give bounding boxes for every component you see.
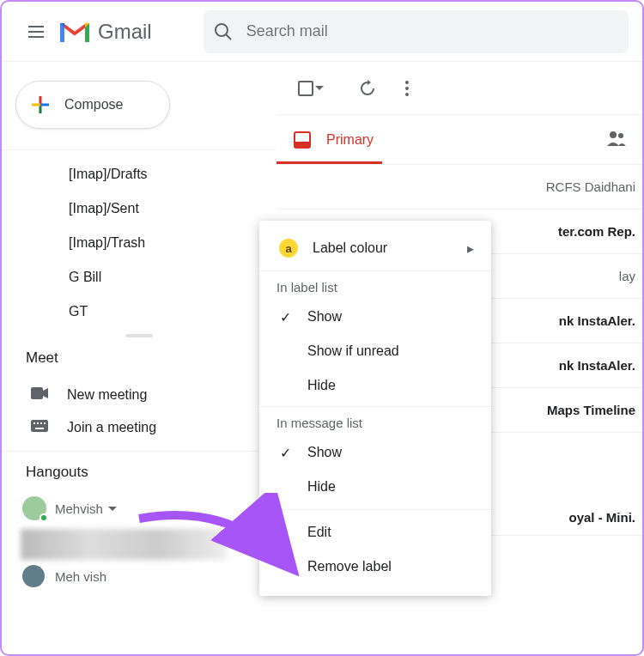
svg-point-2 bbox=[216, 24, 228, 36]
svg-line-3 bbox=[226, 34, 231, 39]
hangouts-user-name: Mehvish bbox=[55, 501, 103, 516]
new-meeting-button[interactable]: New meeting bbox=[2, 379, 276, 411]
search-icon bbox=[214, 22, 233, 41]
svg-rect-10 bbox=[33, 422, 35, 424]
label-text: G Bill bbox=[69, 270, 101, 285]
label-text: GT bbox=[69, 304, 88, 319]
refresh-icon bbox=[359, 80, 376, 97]
check-icon: ✓ bbox=[280, 309, 307, 325]
email-sender: oyal - Mini. bbox=[568, 510, 635, 525]
avatar bbox=[22, 496, 46, 520]
menu-hide-text-2: Hide bbox=[307, 479, 336, 495]
colour-chip-icon: a bbox=[279, 239, 298, 258]
email-sender: RCFS Daidhani bbox=[546, 179, 635, 194]
plus-icon bbox=[28, 93, 52, 117]
menu-hide-text: Hide bbox=[307, 378, 336, 393]
kebab-icon bbox=[405, 81, 409, 96]
svg-point-15 bbox=[405, 81, 409, 84]
menu-hide-in-label-list[interactable]: Hide bbox=[259, 368, 491, 403]
svg-rect-8 bbox=[31, 387, 43, 399]
email-sender: nk InstaAler. bbox=[559, 313, 635, 328]
meet-section-title: Meet bbox=[2, 337, 276, 379]
tab-social-icon[interactable] bbox=[606, 131, 627, 149]
app-name: Gmail bbox=[98, 20, 152, 44]
sidebar-label-gt[interactable]: GT bbox=[2, 295, 276, 329]
label-text: [Imap]/Sent bbox=[69, 201, 139, 216]
hamburger-icon bbox=[28, 26, 44, 38]
menu-remove-text: Remove label bbox=[307, 559, 392, 574]
compose-button[interactable]: Compose bbox=[15, 81, 170, 129]
checkbox-icon bbox=[298, 81, 313, 96]
svg-rect-19 bbox=[295, 142, 310, 148]
more-button[interactable] bbox=[390, 71, 424, 106]
sidebar-label-imap-trash[interactable]: [Imap]/Trash bbox=[2, 226, 276, 260]
redacted-contact bbox=[21, 529, 227, 560]
hangouts-section-title: Hangouts bbox=[2, 452, 276, 493]
tab-primary[interactable]: Primary bbox=[276, 115, 391, 164]
gmail-m-icon bbox=[60, 21, 89, 43]
inbox-icon bbox=[294, 131, 311, 149]
presence-dot-icon bbox=[39, 513, 48, 522]
join-meeting-label: Join a meeting bbox=[67, 420, 156, 435]
svg-rect-9 bbox=[31, 420, 48, 432]
check-icon: ✓ bbox=[280, 445, 307, 461]
search-input[interactable] bbox=[246, 22, 618, 40]
label-context-menu: a Label colour ▸ In label list ✓ Show Sh… bbox=[259, 221, 491, 596]
new-meeting-label: New meeting bbox=[67, 387, 147, 403]
svg-rect-14 bbox=[35, 428, 44, 429]
hangouts-contact-row[interactable]: Meh vish bbox=[2, 560, 276, 587]
menu-edit-text: Edit bbox=[307, 525, 331, 540]
svg-point-17 bbox=[405, 93, 409, 96]
menu-show-in-message-list[interactable]: ✓ Show bbox=[259, 435, 491, 470]
join-meeting-button[interactable]: Join a meeting bbox=[2, 411, 276, 444]
menu-section-message-list: In message list bbox=[259, 406, 491, 435]
tab-primary-label: Primary bbox=[326, 132, 374, 148]
label-text: [Imap]/Trash bbox=[69, 235, 145, 251]
menu-show-in-label-list[interactable]: ✓ Show bbox=[259, 300, 491, 334]
email-sender: ter.com Rep. bbox=[558, 224, 635, 239]
sidebar-label-imap-drafts[interactable]: [Imap]/Drafts bbox=[2, 157, 276, 191]
avatar bbox=[22, 565, 45, 587]
hangouts-user-row[interactable]: Mehvish bbox=[2, 493, 276, 529]
chevron-right-icon: ▸ bbox=[467, 240, 474, 257]
keyboard-icon bbox=[31, 420, 50, 435]
svg-rect-11 bbox=[37, 422, 39, 424]
svg-rect-13 bbox=[44, 422, 46, 424]
gmail-logo[interactable]: Gmail bbox=[60, 20, 152, 44]
menu-hide-in-message-list[interactable]: Hide bbox=[259, 470, 491, 504]
main-menu-button[interactable] bbox=[15, 11, 57, 52]
menu-show-unread-text: Show if unread bbox=[307, 343, 399, 359]
menu-show-text-2: Show bbox=[307, 445, 342, 460]
menu-show-if-unread[interactable]: Show if unread bbox=[259, 334, 491, 368]
svg-point-16 bbox=[405, 87, 409, 90]
svg-rect-12 bbox=[40, 422, 42, 424]
menu-remove-label[interactable]: Remove label bbox=[259, 550, 491, 584]
menu-edit[interactable]: Edit bbox=[259, 515, 491, 550]
svg-point-21 bbox=[618, 133, 623, 138]
chevron-down-icon bbox=[108, 507, 117, 511]
svg-point-20 bbox=[610, 131, 617, 138]
sidebar-label-imap-sent[interactable]: [Imap]/Sent bbox=[2, 191, 276, 226]
menu-label-colour-text: Label colour bbox=[313, 240, 387, 256]
contact-name: Meh vish bbox=[55, 569, 106, 584]
email-sender: lay bbox=[619, 269, 635, 283]
refresh-button[interactable] bbox=[350, 71, 385, 106]
email-row[interactable]: RCFS Daidhani bbox=[276, 165, 642, 210]
menu-section-label-list: In label list bbox=[259, 270, 491, 300]
divider bbox=[259, 509, 491, 510]
camera-icon bbox=[31, 387, 50, 403]
contact-suffix: nk bbox=[230, 538, 242, 551]
email-sender: nk InstaAler. bbox=[559, 358, 635, 373]
sidebar-label-gbill[interactable]: G Bill bbox=[2, 260, 276, 295]
chevron-down-icon bbox=[315, 86, 324, 90]
menu-label-colour[interactable]: a Label colour ▸ bbox=[259, 229, 491, 267]
label-text: [Imap]/Drafts bbox=[69, 167, 148, 182]
menu-show-text: Show bbox=[307, 309, 342, 325]
email-sender: Maps Timeline bbox=[547, 403, 635, 417]
select-all-checkbox[interactable] bbox=[294, 71, 328, 106]
search-bar[interactable] bbox=[204, 10, 629, 53]
compose-label: Compose bbox=[64, 97, 123, 112]
